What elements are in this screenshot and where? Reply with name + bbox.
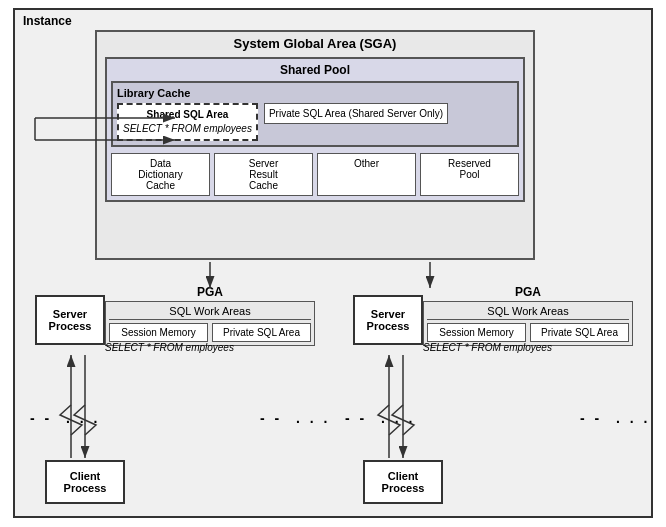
sga-box: System Global Area (SGA) Shared Pool Lib… xyxy=(95,30,535,260)
client-process-left: Client Process xyxy=(45,460,125,504)
private-sql-area-right: Private SQL Area xyxy=(530,323,629,342)
sga-label: System Global Area (SGA) xyxy=(97,32,533,53)
pga-right-box: SQL Work Areas Session Memory Private SQ… xyxy=(423,301,633,346)
pga-right-label: PGA xyxy=(423,285,633,299)
private-sql-area-left: Private SQL Area xyxy=(212,323,311,342)
sql-work-areas-left: SQL Work Areas xyxy=(109,305,311,320)
shared-pool-bottom: DataDictionaryCache ServerResultCache Ot… xyxy=(111,153,519,196)
shared-sql-area: Shared SQL Area SELECT * FROM employees xyxy=(117,103,258,141)
library-cache-inner: Shared SQL Area SELECT * FROM employees … xyxy=(117,103,513,141)
server-process-right: Server Process xyxy=(353,295,423,345)
dashes-middle-right: - - . . . xyxy=(345,410,415,426)
server-result-cache: ServerResultCache xyxy=(214,153,313,196)
client-process-right-label: Client Process xyxy=(365,470,441,494)
other-pool: Other xyxy=(317,153,416,196)
select-query-left: SELECT * FROM employees xyxy=(105,342,234,353)
client-process-left-label: Client Process xyxy=(47,470,123,494)
pga-left-label: PGA xyxy=(105,285,315,299)
dashes-middle-left: - - . . . xyxy=(260,410,330,426)
shared-sql-label: Shared SQL Area xyxy=(123,109,252,120)
client-process-right: Client Process xyxy=(363,460,443,504)
library-cache-box: Library Cache Shared SQL Area SELECT * F… xyxy=(111,81,519,147)
server-process-left-label: Server Process xyxy=(37,308,103,332)
pga-left-inner: Session Memory Private SQL Area xyxy=(109,323,311,342)
shared-pool-label: Shared Pool xyxy=(111,63,519,77)
pga-right-inner: Session Memory Private SQL Area xyxy=(427,323,629,342)
session-memory-left: Session Memory xyxy=(109,323,208,342)
session-memory-right: Session Memory xyxy=(427,323,526,342)
server-process-right-label: Server Process xyxy=(355,308,421,332)
sql-work-areas-right: SQL Work Areas xyxy=(427,305,629,320)
private-sql-label: Private SQL Area (Shared Server Only) xyxy=(269,108,443,119)
shared-pool-box: Shared Pool Library Cache Shared SQL Are… xyxy=(105,57,525,202)
library-cache-label: Library Cache xyxy=(117,87,513,99)
private-sql-area: Private SQL Area (Shared Server Only) xyxy=(264,103,448,124)
reserved-pool: ReservedPool xyxy=(420,153,519,196)
select-query-right: SELECT * FROM employees xyxy=(423,342,552,353)
pga-right-section: PGA SQL Work Areas Session Memory Privat… xyxy=(423,285,633,346)
pga-left-box: SQL Work Areas Session Memory Private SQ… xyxy=(105,301,315,346)
instance-label: Instance xyxy=(23,14,72,28)
pga-left-section: PGA SQL Work Areas Session Memory Privat… xyxy=(105,285,315,346)
data-dictionary-cache: DataDictionaryCache xyxy=(111,153,210,196)
dashes-left: - - . . . xyxy=(30,410,100,426)
server-process-left: Server Process xyxy=(35,295,105,345)
shared-sql-code: SELECT * FROM employees xyxy=(123,122,252,135)
dashes-right: - - . . . xyxy=(580,410,650,426)
main-container: Instance System Global Area (SGA) Shared… xyxy=(13,8,653,518)
